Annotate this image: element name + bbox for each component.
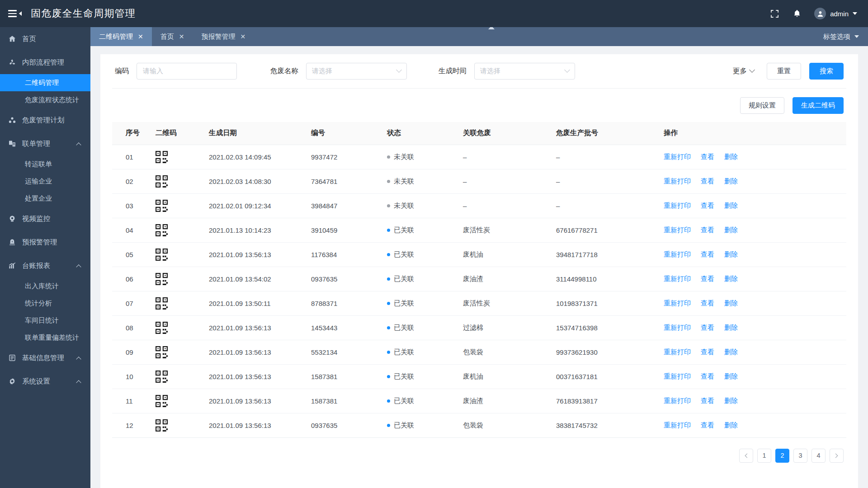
action-重新打印[interactable]: 重新打印: [664, 153, 691, 160]
action-删除[interactable]: 删除: [724, 299, 738, 307]
action-删除[interactable]: 删除: [724, 202, 738, 209]
more-filters-button[interactable]: 更多: [733, 66, 754, 76]
tab-二维码管理[interactable]: 二维码管理✕: [90, 27, 152, 46]
hamburger-collapse-icon[interactable]: [8, 10, 22, 17]
sidebar-item-13[interactable]: 统计分析: [0, 295, 90, 312]
action-查看[interactable]: 查看: [701, 250, 714, 258]
action-查看[interactable]: 查看: [701, 202, 714, 209]
action-重新打印[interactable]: 重新打印: [664, 275, 691, 282]
pagination-page-1[interactable]: 1: [757, 449, 771, 463]
action-删除[interactable]: 删除: [724, 324, 738, 331]
action-删除[interactable]: 删除: [724, 372, 738, 380]
sidebar-item-3[interactable]: 危废流程状态统计: [0, 91, 90, 108]
user-menu[interactable]: admin: [814, 8, 857, 19]
cell-create-date: 2021.01.09 13:56:13: [204, 364, 307, 389]
bell-icon[interactable]: [792, 8, 802, 19]
action-查看[interactable]: 查看: [701, 372, 714, 380]
action-重新打印[interactable]: 重新打印: [664, 372, 691, 380]
tab-预报警管理[interactable]: 预报警管理✕: [193, 27, 254, 46]
sidebar-item-16[interactable]: 基础信息管理: [0, 346, 90, 370]
generate-qr-button[interactable]: 生成二维码: [793, 97, 844, 114]
rule-settings-button[interactable]: 规则设置: [740, 97, 784, 114]
action-查看[interactable]: 查看: [701, 275, 714, 282]
close-icon[interactable]: ✕: [179, 33, 184, 40]
action-重新打印[interactable]: 重新打印: [664, 250, 691, 258]
action-重新打印[interactable]: 重新打印: [664, 421, 691, 429]
qr-code-icon[interactable]: [156, 273, 200, 285]
code-input[interactable]: 请输入: [137, 63, 237, 80]
sidebar-item-14[interactable]: 车间日统计: [0, 312, 90, 329]
pagination-page-4[interactable]: 4: [811, 449, 826, 463]
sidebar-item-6[interactable]: 转运联单: [0, 155, 90, 173]
action-删除[interactable]: 删除: [724, 397, 738, 404]
action-重新打印[interactable]: 重新打印: [664, 397, 691, 404]
qr-code-icon[interactable]: [156, 395, 200, 407]
qr-code-icon[interactable]: [156, 419, 200, 432]
search-button[interactable]: 搜索: [809, 63, 844, 80]
sidebar-item-1[interactable]: 内部流程管理: [0, 51, 90, 74]
qr-code-icon[interactable]: [156, 249, 200, 261]
action-删除[interactable]: 删除: [724, 275, 738, 282]
pagination-next[interactable]: [830, 449, 844, 463]
table-row: 092021.01.09 13:56:135532134已关联包装袋993736…: [112, 340, 846, 364]
sidebar-item-2[interactable]: 二维码管理: [0, 74, 90, 91]
create-time-select[interactable]: 请选择: [474, 63, 575, 80]
action-查看[interactable]: 查看: [701, 348, 714, 356]
sidebar-item-15[interactable]: 联单重量偏差统计: [0, 329, 90, 346]
action-查看[interactable]: 查看: [701, 299, 714, 307]
sidebar-item-10[interactable]: 预报警管理: [0, 230, 90, 254]
sidebar-item-7[interactable]: 运输企业: [0, 173, 90, 190]
sidebar-item-label: 台账报表: [22, 261, 50, 271]
chevron-down-icon: [853, 12, 857, 15]
qr-code-icon[interactable]: [156, 297, 200, 310]
tag-options-button[interactable]: 标签选项: [814, 27, 868, 46]
sidebar-item-0[interactable]: 首页: [0, 27, 90, 51]
action-查看[interactable]: 查看: [701, 226, 714, 234]
action-删除[interactable]: 删除: [724, 177, 738, 185]
pagination-page-3[interactable]: 3: [793, 449, 807, 463]
close-icon[interactable]: ✕: [240, 33, 245, 40]
table-body: 012021.02.03 14:09:459937472未关联––重新打印查看删…: [112, 145, 846, 437]
cell-related-waste: 废活性炭: [458, 218, 552, 242]
sidebar-item-12[interactable]: 出入库统计: [0, 277, 90, 295]
qr-code-icon[interactable]: [156, 346, 200, 358]
sidebar-item-8[interactable]: 处置企业: [0, 190, 90, 207]
reset-button[interactable]: 重置: [767, 63, 801, 80]
close-icon[interactable]: ✕: [138, 33, 143, 40]
fullscreen-icon[interactable]: [769, 8, 780, 19]
action-查看[interactable]: 查看: [701, 153, 714, 160]
action-删除[interactable]: 删除: [724, 250, 738, 258]
action-删除[interactable]: 删除: [724, 421, 738, 429]
action-重新打印[interactable]: 重新打印: [664, 177, 691, 185]
qr-code-icon[interactable]: [156, 175, 200, 188]
sidebar-item-9[interactable]: 视频监控: [0, 207, 90, 230]
hamburger-lines: [8, 10, 17, 17]
action-查看[interactable]: 查看: [701, 421, 714, 429]
sidebar-item-11[interactable]: 台账报表: [0, 254, 90, 277]
action-查看[interactable]: 查看: [701, 397, 714, 404]
waste-name-select[interactable]: 请选择: [306, 63, 407, 80]
action-重新打印[interactable]: 重新打印: [664, 324, 691, 331]
action-删除[interactable]: 删除: [724, 226, 738, 234]
sidebar-item-5[interactable]: 联单管理: [0, 132, 90, 155]
qr-code-icon[interactable]: [156, 224, 200, 236]
pagination-prev[interactable]: [739, 449, 753, 463]
cell-batch-number: 38381745732: [552, 413, 659, 437]
qr-code-icon[interactable]: [156, 322, 200, 334]
action-删除[interactable]: 删除: [724, 153, 738, 160]
action-查看[interactable]: 查看: [701, 177, 714, 185]
qr-code-icon[interactable]: [156, 151, 200, 163]
action-删除[interactable]: 删除: [724, 348, 738, 356]
qr-code-icon[interactable]: [156, 200, 200, 212]
pagination-page-2[interactable]: 2: [775, 449, 789, 463]
action-查看[interactable]: 查看: [701, 324, 714, 331]
tab-首页[interactable]: 首页✕: [152, 27, 193, 46]
action-重新打印[interactable]: 重新打印: [664, 348, 691, 356]
sidebar-item-17[interactable]: 系统设置: [0, 370, 90, 393]
action-重新打印[interactable]: 重新打印: [664, 226, 691, 234]
sidebar-item-4[interactable]: 危废管理计划: [0, 108, 90, 132]
action-重新打印[interactable]: 重新打印: [664, 202, 691, 209]
chevron-down-icon: [854, 35, 859, 38]
qr-code-icon[interactable]: [156, 371, 200, 383]
action-重新打印[interactable]: 重新打印: [664, 299, 691, 307]
